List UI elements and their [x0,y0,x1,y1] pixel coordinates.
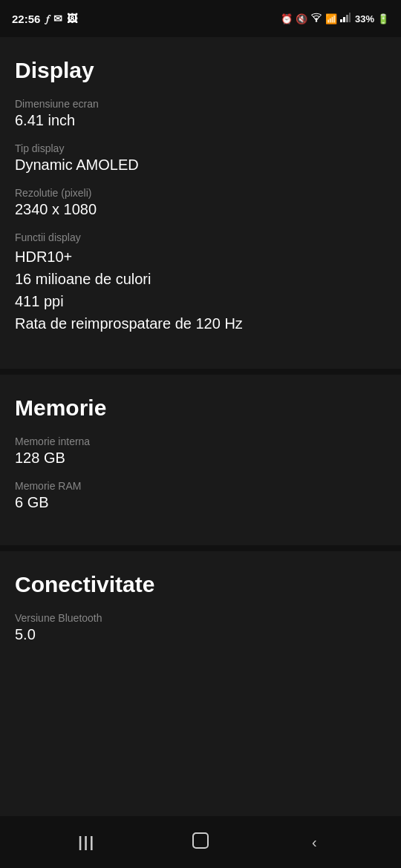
status-left: 22:56 𝑓 ✉ 🖼 [12,13,77,25]
spec-label-memorie-ram: Memorie RAM [15,480,386,492]
status-time: 22:56 [12,13,40,25]
wifi-icon [310,13,322,24]
spec-value-bluetooth: 5.0 [15,626,386,643]
home-button[interactable] [178,827,223,857]
back-button[interactable]: ‹ [292,827,336,857]
spec-label-bluetooth: Versiune Bluetooth [15,612,386,624]
signal1-icon: 📶 [325,13,337,24]
svg-rect-5 [193,833,208,848]
mute-icon: 🔇 [296,13,307,24]
spec-value-functii: HDR10+ 16 milioane de culori 411 ppi Rat… [15,246,386,335]
spec-value-memorie-ram: 6 GB [15,494,386,511]
svg-rect-4 [349,13,351,22]
functii-line3: 411 ppi [15,290,386,312]
recent-apps-icon: ||| [78,834,95,851]
back-icon: ‹ [312,834,317,851]
spec-label-dimensiune: Dimensiune ecran [15,98,386,110]
divider-2 [0,545,401,551]
spec-value-rezolutie: 2340 x 1080 [15,201,386,218]
spec-value-tip: Dynamic AMOLED [15,157,386,174]
spec-label-functii: Functii display [15,231,386,243]
svg-rect-1 [340,19,342,22]
image-icon: 🖼 [67,13,77,24]
alarm-icon: ⏰ [281,13,293,24]
spec-memorie-ram: Memorie RAM 6 GB [15,480,386,511]
email-icon: ✉ [53,13,62,24]
memorie-section-title: Memorie [15,395,386,421]
bottom-nav: ||| ‹ [0,816,401,868]
spec-bluetooth: Versiune Bluetooth 5.0 [15,612,386,643]
display-section-title: Display [15,58,386,83]
functii-line4: Rata de reimprospatare de 120 Hz [15,312,386,335]
spec-tip-display: Tip display Dynamic AMOLED [15,142,386,174]
home-icon [190,830,211,854]
conectivitate-section-title: Conectivitate [15,572,386,597]
svg-rect-2 [343,17,345,22]
memorie-section: Memorie Memorie interna 128 GB Memorie R… [0,375,401,545]
status-icons-left: 𝑓 ✉ 🖼 [46,13,77,25]
recent-apps-button[interactable]: ||| [65,827,109,857]
spec-memorie-interna: Memorie interna 128 GB [15,435,386,467]
spec-functii: Functii display HDR10+ 16 milioane de cu… [15,231,386,335]
status-bar: 22:56 𝑓 ✉ 🖼 ⏰ 🔇 📶 [0,0,401,37]
fb-icon: 𝑓 [46,13,49,25]
svg-point-0 [316,20,317,22]
functii-line2: 16 milioane de culori [15,268,386,290]
status-right: ⏰ 🔇 📶 33% 🔋 [281,13,389,24]
divider-1 [0,369,401,375]
spec-value-dimensiune: 6.41 inch [15,112,386,129]
functii-line1: HDR10+ [15,246,386,268]
spec-dimensiune-ecran: Dimensiune ecran 6.41 inch [15,98,386,129]
conectivitate-section: Conectivitate Versiune Bluetooth 5.0 [0,551,401,677]
spec-label-tip: Tip display [15,142,386,154]
signal2-icon [340,13,351,24]
battery-icon: 🔋 [377,13,389,24]
svg-rect-3 [346,15,348,22]
spec-rezolutie: Rezolutie (pixeli) 2340 x 1080 [15,187,386,218]
spec-label-rezolutie: Rezolutie (pixeli) [15,187,386,199]
battery-percentage: 33% [355,13,374,24]
spec-label-memorie-interna: Memorie interna [15,435,386,447]
spec-value-memorie-interna: 128 GB [15,450,386,467]
display-section: Display Dimensiune ecran 6.41 inch Tip d… [0,37,401,369]
